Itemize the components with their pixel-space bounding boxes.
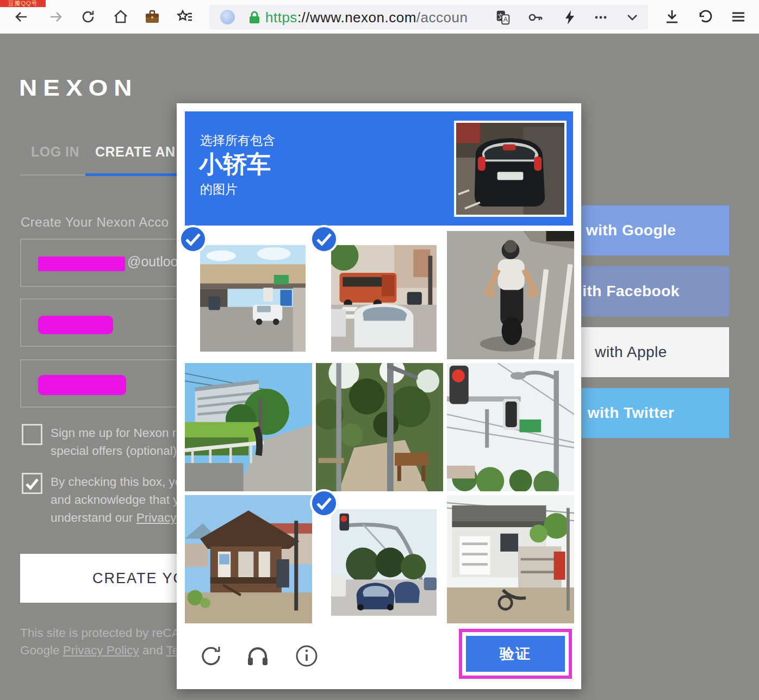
terms-checkbox-row: By checking this box, yo and acknowledge… (22, 473, 42, 494)
verify-button[interactable]: 验证 (466, 636, 565, 672)
captcha-footer: 验证 (185, 633, 573, 682)
lightning-icon[interactable] (562, 9, 578, 26)
captcha-tile-traffic-signals[interactable] (447, 363, 574, 491)
captcha-tile-bus-car[interactable] (316, 231, 443, 359)
captcha-audio-icon[interactable] (245, 643, 271, 669)
redacted-value (38, 375, 126, 395)
back-icon[interactable] (13, 8, 30, 26)
tab-underline-inactive (20, 174, 85, 176)
google-privacy-policy-link[interactable]: Privacy Policy (63, 643, 139, 657)
tile-image (447, 495, 574, 623)
svg-text:A: A (503, 16, 508, 23)
reload-icon[interactable] (79, 8, 97, 26)
tile-image (200, 245, 306, 352)
terms-checkbox-label: By checking this box, yo and acknowledge… (51, 473, 182, 527)
newsletter-checkbox-label: Sign me up for Nexon n special offers (o… (51, 424, 179, 460)
privacy-link[interactable]: Privacy (136, 511, 177, 524)
tile-image (185, 363, 312, 491)
captcha-tile-overpass[interactable] (185, 231, 312, 359)
captcha-instruction-suffix: 的图片 (200, 181, 238, 198)
https-lock-icon (247, 10, 262, 27)
tile-image (447, 363, 574, 491)
newsletter-checkbox-row: Sign me up for Nexon n special offers (o… (22, 424, 42, 445)
tile-checkmark-badge (309, 224, 339, 254)
nexon-logo: NEXON (19, 74, 138, 101)
forward-icon[interactable] (47, 8, 64, 26)
captcha-instruction-prefix: 选择所有包含 (200, 132, 275, 149)
captcha-tile-intersection-cars[interactable] (316, 495, 443, 623)
translate-icon[interactable]: 文A (495, 9, 511, 26)
undo-history-icon[interactable] (696, 8, 714, 26)
watermark-badge: 豆瓣QQ号 (0, 0, 46, 7)
captcha-target-label: 小轿车 (199, 148, 271, 180)
captcha-tile-building-garage[interactable] (447, 495, 574, 623)
captcha-sample-image (454, 121, 567, 217)
verify-highlight-annotation: 验证 (459, 629, 572, 679)
url-path: /accoun (416, 9, 468, 26)
recaptcha-notice-line2: Google Privacy Policy and Te (20, 643, 179, 658)
tile-image (316, 363, 443, 491)
captcha-reload-icon[interactable] (198, 643, 224, 669)
form-heading: Create Your Nexon Acco (21, 215, 169, 230)
tab-create-account[interactable]: CREATE AN (95, 144, 176, 160)
tab-log-in[interactable]: LOG IN (31, 144, 79, 160)
chevron-down-icon[interactable] (624, 9, 640, 26)
more-options-icon[interactable] (593, 9, 609, 26)
briefcase-icon[interactable] (144, 8, 161, 26)
redacted-value (38, 316, 113, 334)
address-bar[interactable]: https://www.nexon.com/accoun 文A (209, 5, 648, 29)
redacted-email-value (38, 257, 125, 271)
terms-checkbox[interactable] (22, 473, 42, 494)
captcha-tile-grid (185, 231, 574, 623)
tile-checkmark-badge (309, 489, 339, 518)
newsletter-checkbox[interactable] (22, 424, 42, 445)
password-key-icon[interactable] (527, 9, 544, 26)
tile-checkmark-badge (178, 224, 208, 254)
tile-image (447, 231, 574, 359)
browser-toolbar: 豆瓣QQ号 https://www.nexon.com/accoun 文A (0, 0, 759, 34)
bookmarks-star-icon[interactable] (176, 8, 194, 26)
tile-image (331, 245, 437, 352)
recaptcha-notice-line1: This site is protected by reCA (20, 626, 180, 640)
site-favicon (220, 10, 235, 24)
url-text: https://www.nexon.com/accoun (265, 9, 468, 26)
tile-image (331, 509, 437, 616)
captcha-tile-wooden-hut[interactable] (185, 495, 312, 623)
home-icon[interactable] (112, 8, 129, 26)
downloads-icon[interactable] (663, 8, 681, 26)
captcha-info-icon[interactable] (294, 643, 320, 669)
url-scheme: https (265, 9, 297, 26)
captcha-tile-building-trees[interactable] (185, 363, 312, 491)
tile-image (185, 495, 312, 623)
recaptcha-challenge-dialog: 选择所有包含 小轿车 的图片 (177, 103, 581, 689)
captcha-tile-park-trees[interactable] (316, 363, 443, 491)
url-host: ://www.nexon.com (297, 9, 416, 26)
captcha-tile-motorcycle[interactable] (447, 231, 574, 359)
menu-hamburger-icon[interactable] (730, 8, 747, 26)
captcha-instruction-header: 选择所有包含 小轿车 的图片 (185, 111, 573, 226)
